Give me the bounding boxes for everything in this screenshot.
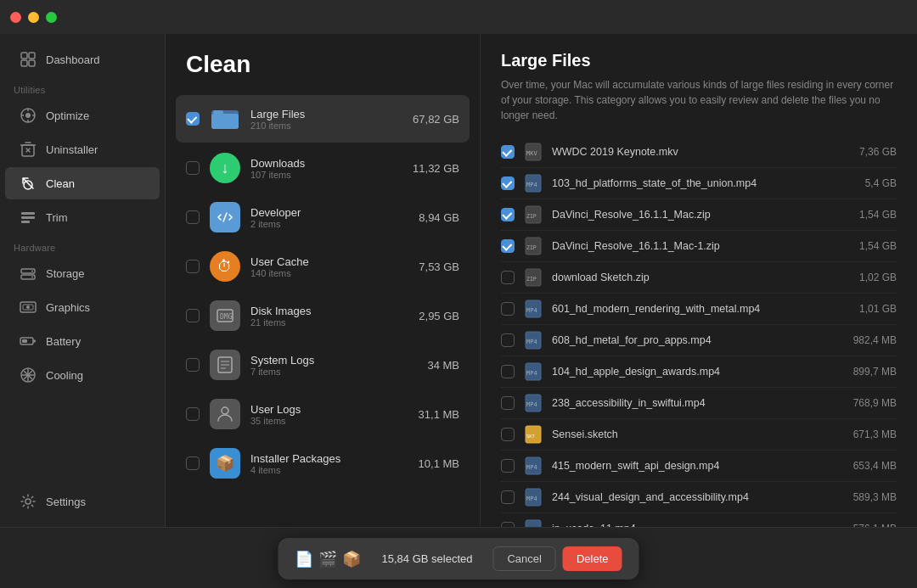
minimize-button[interactable] xyxy=(28,12,39,23)
large-files-sub: 210 items xyxy=(250,120,402,131)
diskimages-name: Disk Images xyxy=(250,305,408,317)
category-large-files[interactable]: Large Files 210 items 67,82 GB xyxy=(176,95,470,143)
category-user-logs[interactable]: User Logs 35 items 31,1 MB xyxy=(176,390,470,438)
sidebar-item-label: Settings xyxy=(46,496,86,508)
svg-text:ZIP: ZIP xyxy=(526,244,537,251)
file-icon-6: MP4 xyxy=(523,330,543,350)
sidebar-item-uninstaller[interactable]: Uninstaller xyxy=(5,133,160,165)
sidebar-item-dashboard[interactable]: Dashboard xyxy=(5,43,160,76)
userlogs-sub: 35 items xyxy=(250,416,408,426)
file-icon-3: ZIP xyxy=(523,236,543,256)
cancel-button[interactable]: Cancel xyxy=(492,546,555,571)
sidebar-item-clean[interactable]: Clean xyxy=(5,167,160,199)
svg-rect-18 xyxy=(21,221,30,223)
sidebar-item-label: Cooling xyxy=(46,369,83,382)
svg-rect-16 xyxy=(21,212,35,215)
userlogs-size: 31,1 MB xyxy=(419,408,459,421)
maximize-button[interactable] xyxy=(46,12,57,23)
sidebar-item-graphics[interactable]: Graphics xyxy=(5,291,160,323)
usercache-checkbox[interactable] xyxy=(186,260,200,273)
downloads-size: 11,32 GB xyxy=(413,162,459,175)
sidebar-item-optimize[interactable]: Optimize xyxy=(5,99,160,132)
file-size-5: 1,01 GB xyxy=(837,303,897,315)
sidebar-item-settings[interactable]: Settings xyxy=(5,485,160,518)
file-row-0[interactable]: MKV WWDC 2019 Keynote.mkv 7,36 GB xyxy=(501,137,897,168)
right-panel: Large Files Over time, your Mac will acc… xyxy=(480,34,917,527)
svg-point-44 xyxy=(222,407,228,414)
file-list: MKV WWDC 2019 Keynote.mkv 7,36 GB MP4 xyxy=(501,137,897,527)
file-row-12[interactable]: MP4 in_xcode_11.mp4 576,1 MB xyxy=(501,513,897,527)
svg-text:MP4: MP4 xyxy=(526,496,537,502)
installer-info: Installer Packages 4 items xyxy=(250,452,408,475)
svg-text:MKV: MKV xyxy=(526,150,537,157)
sidebar-item-battery[interactable]: Battery xyxy=(5,325,160,357)
file-size-8: 768,9 MB xyxy=(837,397,897,409)
userlogs-checkbox[interactable] xyxy=(186,407,200,421)
category-user-cache[interactable]: ⏱ User Cache 140 items 7,53 GB xyxy=(176,243,470,290)
diskimages-size: 2,95 GB xyxy=(419,310,459,322)
installer-size: 10,1 MB xyxy=(419,457,459,470)
diskimages-checkbox[interactable] xyxy=(186,309,200,322)
storage-icon xyxy=(19,264,37,283)
close-button[interactable] xyxy=(10,12,21,23)
file-checkbox-6[interactable] xyxy=(501,333,515,347)
file-row-10[interactable]: MP4 415_modern_swift_api_design.mp4 653,… xyxy=(501,451,897,482)
developer-checkbox[interactable] xyxy=(186,210,200,224)
file-checkbox-7[interactable] xyxy=(501,365,515,378)
file-row-7[interactable]: MP4 104_hd_apple_design_awards.mp4 899,7… xyxy=(501,356,897,388)
selected-label: 15,84 GB selected xyxy=(381,552,472,565)
installer-sub: 4 items xyxy=(250,465,408,475)
titlebar xyxy=(0,0,917,34)
svg-text:SKT: SKT xyxy=(526,434,536,439)
svg-text:DMG: DMG xyxy=(220,313,233,321)
category-developer[interactable]: Developer 2 items 8,94 GB xyxy=(176,193,470,241)
file-checkbox-9[interactable] xyxy=(501,428,515,441)
file-row-3[interactable]: ZIP DaVinci_Resolve_16.1.1_Mac-1.zip 1,5… xyxy=(501,231,897,262)
large-files-info: Large Files 210 items xyxy=(250,108,402,131)
file-checkbox-8[interactable] xyxy=(501,396,515,410)
file-size-11: 589,3 MB xyxy=(837,491,897,503)
file-checkbox-2[interactable] xyxy=(501,208,515,221)
file-checkbox-4[interactable] xyxy=(501,271,515,284)
file-checkbox-3[interactable] xyxy=(501,239,515,253)
category-installer-packages[interactable]: 📦 Installer Packages 4 items 10,1 MB xyxy=(176,440,470,487)
syslogs-size: 34 MB xyxy=(427,359,459,372)
syslogs-checkbox[interactable] xyxy=(186,358,200,372)
file-row-11[interactable]: MP4 244_visual_design_and_accessibility.… xyxy=(501,482,897,513)
file-row-4[interactable]: ZIP download Sketch.zip 1,02 GB xyxy=(501,262,897,294)
category-disk-images[interactable]: DMG Disk Images 21 items 2,95 GB xyxy=(176,292,470,339)
category-downloads[interactable]: ↓ Downloads 107 items 11,32 GB xyxy=(176,144,470,192)
file-row-6[interactable]: MP4 608_hd_metal_for_pro_apps.mp4 982,4 … xyxy=(501,325,897,356)
file-checkbox-0[interactable] xyxy=(501,145,515,159)
delete-button[interactable]: Delete xyxy=(563,546,622,571)
file-checkbox-5[interactable] xyxy=(501,302,515,316)
sidebar-item-trim[interactable]: Trim xyxy=(5,201,160,233)
downloads-checkbox[interactable] xyxy=(186,161,200,175)
file-name-0: WWDC 2019 Keynote.mkv xyxy=(552,146,829,158)
file-row-9[interactable]: SKT Sensei.sketch 671,3 MB xyxy=(501,419,897,451)
usercache-sub: 140 items xyxy=(250,268,408,278)
file-row-1[interactable]: MP4 103_hd_platforms_state_of_the_union.… xyxy=(501,168,897,199)
category-system-logs[interactable]: System Logs 7 items 34 MB xyxy=(176,341,470,389)
file-checkbox-1[interactable] xyxy=(501,176,515,190)
file-row-8[interactable]: MP4 238_accessibility_in_swiftui.mp4 768… xyxy=(501,388,897,419)
file-checkbox-10[interactable] xyxy=(501,459,515,473)
sidebar-item-label: Optimize xyxy=(46,109,89,122)
file-icon-8: MP4 xyxy=(523,393,543,413)
popup-icon-doc: 📄 xyxy=(295,550,313,568)
syslogs-info: System Logs 7 items xyxy=(250,354,417,377)
file-checkbox-11[interactable] xyxy=(501,490,515,504)
file-icon-5: MP4 xyxy=(523,299,543,319)
utilities-section-label: Utilities xyxy=(0,76,165,98)
sidebar-item-storage[interactable]: Storage xyxy=(5,257,160,289)
svg-text:MP4: MP4 xyxy=(526,401,537,408)
sidebar-item-cooling[interactable]: Cooling xyxy=(5,359,160,391)
syslogs-icon xyxy=(210,350,240,380)
file-row-5[interactable]: MP4 601_hd_modern_rendering_with_metal.m… xyxy=(501,294,897,325)
file-row-2[interactable]: ZIP DaVinci_Resolve_16.1.1_Mac.zip 1,54 … xyxy=(501,199,897,231)
installer-checkbox[interactable] xyxy=(186,456,200,470)
large-files-checkbox[interactable] xyxy=(186,112,200,126)
sidebar-item-label: Battery xyxy=(46,335,81,348)
svg-text:MP4: MP4 xyxy=(526,307,537,314)
sidebar-item-label: Uninstaller xyxy=(46,143,98,156)
